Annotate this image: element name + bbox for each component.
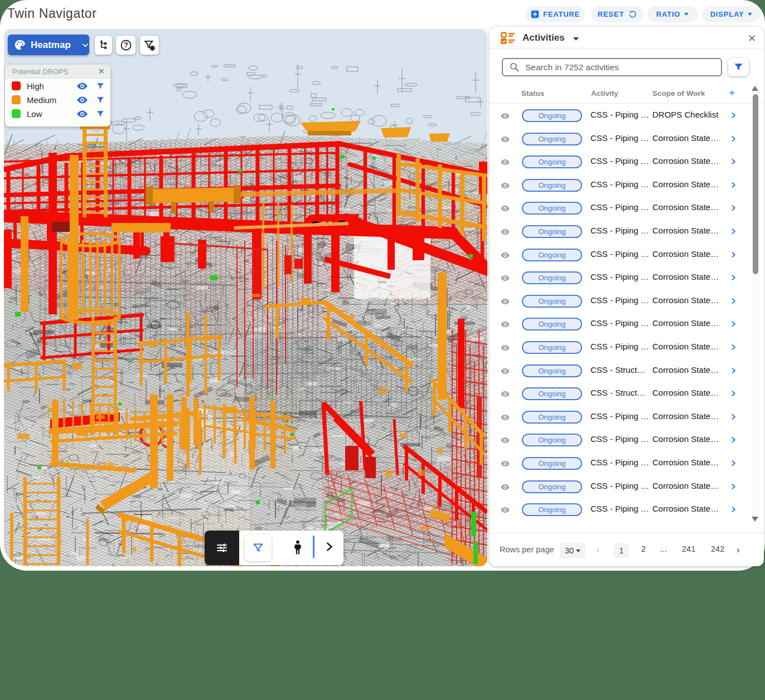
svg-text:?: ? (124, 41, 128, 49)
